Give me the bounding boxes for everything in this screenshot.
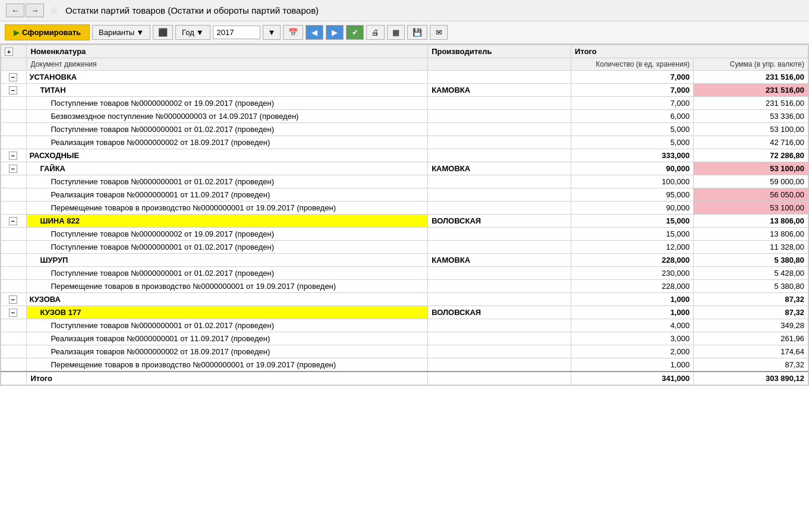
play-icon: ▶ xyxy=(14,29,19,37)
qty-col: 333,000 xyxy=(571,149,694,162)
producer-col xyxy=(428,358,571,372)
form-button[interactable]: ▶ Сформировать xyxy=(5,24,90,40)
qty-col: 6,000 xyxy=(571,110,694,123)
producer-col xyxy=(428,267,571,280)
name-col: Перемещение товаров в производство №0000… xyxy=(27,280,428,293)
year-input[interactable] xyxy=(213,26,260,39)
toggle-icon[interactable]: − xyxy=(9,309,17,317)
toggle-cell xyxy=(1,241,27,254)
name-col: КУЗОВА xyxy=(27,293,428,306)
variants-button[interactable]: Варианты ▼ xyxy=(92,25,150,40)
prev-period-button[interactable]: ◀ xyxy=(306,25,323,40)
toggle-cell xyxy=(1,254,27,267)
table-row: Поступление товаров №0000000001 от 01.02… xyxy=(1,241,808,254)
table-row: Реализация товаров №0000000002 от 18.09.… xyxy=(1,136,808,149)
refresh-button[interactable]: ✔ xyxy=(346,25,364,40)
name-col: Поступление товаров №0000000002 от 19.09… xyxy=(27,228,428,241)
table-row: Поступление товаров №0000000001 от 01.02… xyxy=(1,319,808,332)
hdr-empty2 xyxy=(428,58,571,71)
save-button[interactable]: 💾 xyxy=(407,25,427,40)
sum-col: 87,32 xyxy=(694,358,808,372)
qty-col: 15,000 xyxy=(571,228,694,241)
name-col: Перемещение товаров в производство №0000… xyxy=(27,358,428,372)
qty-col: 2,000 xyxy=(571,345,694,358)
toggle-cell xyxy=(1,97,27,110)
qty-col: 1,000 xyxy=(571,306,694,319)
col-producer-header: Производитель xyxy=(428,45,571,58)
toggle-cell xyxy=(1,123,27,136)
toggle-cell xyxy=(1,345,27,358)
corner-cell[interactable]: + xyxy=(1,45,27,58)
toggle-icon[interactable]: − xyxy=(9,217,17,225)
favorite-button[interactable]: ☆ xyxy=(50,5,58,16)
email-button[interactable]: ✉ xyxy=(430,25,448,40)
toggle-cell: − xyxy=(1,149,27,162)
expand-all-icon[interactable]: + xyxy=(5,48,13,56)
name-col: ШИНА 822 xyxy=(27,215,428,228)
toolbar: ▶ Сформировать Варианты ▼ ⬛ Год ▼ ▼ 📅 ◀ … xyxy=(0,21,809,44)
settings-icon-button[interactable]: ⬛ xyxy=(153,25,173,40)
table-row: Перемещение товаров в производство №0000… xyxy=(1,280,808,293)
calendar-button[interactable]: 📅 xyxy=(283,25,303,40)
sum-col: 53 100,00 xyxy=(694,162,808,175)
table-row: −ШИНА 822ВОЛОВСКАЯ15,00013 806,00 xyxy=(1,215,808,228)
producer-col xyxy=(428,110,571,123)
qty-col: 12,000 xyxy=(571,241,694,254)
sum-col: 261,96 xyxy=(694,332,808,345)
toggle-icon[interactable]: − xyxy=(9,152,17,160)
back-button[interactable]: ← xyxy=(6,4,24,17)
sum-col: 13 806,00 xyxy=(694,215,808,228)
toggle-cell xyxy=(1,267,27,280)
chevron-down-year-button[interactable]: ▼ xyxy=(263,25,281,40)
total-empty xyxy=(1,372,27,385)
view-button[interactable]: ▦ xyxy=(387,25,405,40)
name-col: Безвозмездное поступление №0000000003 от… xyxy=(27,110,428,123)
header-row2: Документ движения Количество (в ед. хран… xyxy=(1,58,808,71)
toggle-cell xyxy=(1,280,27,293)
period-button[interactable]: Год ▼ xyxy=(175,25,210,40)
chevron-down-icon2: ▼ xyxy=(196,28,204,37)
table-row: Поступление товаров №0000000001 от 01.02… xyxy=(1,267,808,280)
producer-col xyxy=(428,136,571,149)
sum-col: 174,64 xyxy=(694,345,808,358)
name-col: Реализация товаров №0000000001 от 11.09.… xyxy=(27,332,428,345)
table-row: Поступление товаров №0000000001 от 01.02… xyxy=(1,123,808,136)
next-period-button[interactable]: ▶ xyxy=(326,25,344,40)
qty-col: 7,000 xyxy=(571,71,694,84)
table-row: Безвозмездное поступление №0000000003 от… xyxy=(1,110,808,123)
table-row: −РАСХОДНЫЕ333,00072 286,80 xyxy=(1,149,808,162)
forward-button[interactable]: → xyxy=(26,4,44,17)
producer-col xyxy=(428,293,571,306)
chevron-down-icon: ▼ xyxy=(136,28,144,37)
table-row: −КУЗОВ 177ВОЛОВСКАЯ1,00087,32 xyxy=(1,306,808,319)
sum-col: 53 100,00 xyxy=(694,202,808,215)
name-col: Поступление товаров №0000000001 от 01.02… xyxy=(27,175,428,188)
producer-col xyxy=(428,319,571,332)
toggle-cell xyxy=(1,228,27,241)
total-producer-empty xyxy=(428,372,571,385)
form-button-label: Сформировать xyxy=(22,28,81,37)
qty-col: 228,000 xyxy=(571,280,694,293)
print-button[interactable]: 🖨 xyxy=(366,25,385,40)
name-col: ГАЙКА xyxy=(27,162,428,175)
sum-col: 231 516,00 xyxy=(694,71,808,84)
title-bar: ← → ☆ Остатки партий товаров (Остатки и … xyxy=(0,0,809,21)
name-col: Поступление товаров №0000000001 от 01.02… xyxy=(27,241,428,254)
name-col: УСТАНОВКА xyxy=(27,71,428,84)
sum-col: 53 100,00 xyxy=(694,123,808,136)
qty-col: 90,000 xyxy=(571,162,694,175)
sum-col: 72 286,80 xyxy=(694,149,808,162)
name-col: КУЗОВ 177 xyxy=(27,306,428,319)
sum-col: 56 050,00 xyxy=(694,188,808,202)
toggle-icon[interactable]: − xyxy=(9,165,17,173)
producer-col xyxy=(428,97,571,110)
total-sum: 303 890,12 xyxy=(694,372,808,385)
table-row: −ГАЙКАКАМОВКА90,00053 100,00 xyxy=(1,162,808,175)
toggle-icon[interactable]: − xyxy=(9,86,17,95)
producer-col xyxy=(428,202,571,215)
toggle-icon[interactable]: − xyxy=(9,73,17,81)
sum-col: 87,32 xyxy=(694,306,808,319)
toggle-icon[interactable]: − xyxy=(9,295,17,304)
total-row: Итого 341,000 303 890,12 xyxy=(1,372,808,385)
qty-col: 230,000 xyxy=(571,267,694,280)
